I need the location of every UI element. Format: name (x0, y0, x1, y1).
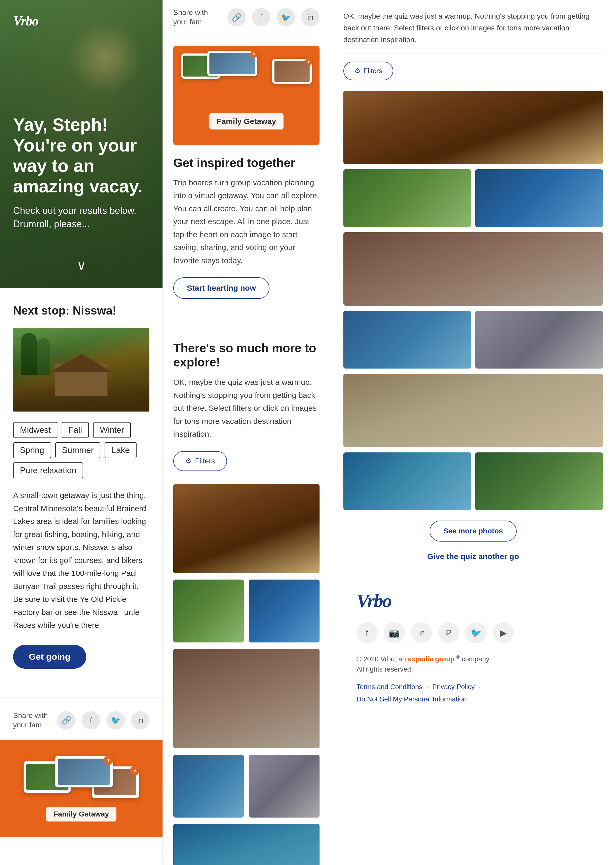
explore-section-middle: There's so much more to explore! OK, may… (163, 325, 330, 865)
float-thumb-2 (58, 758, 110, 785)
filters-button-middle[interactable]: ⚙ Filters (173, 451, 227, 471)
footer-links: Terms and Conditions · Privacy Policy · … (357, 681, 590, 705)
footer-youtube-icon[interactable]: ▶ (493, 622, 514, 643)
expedia-logo: expedia group (408, 655, 454, 663)
right-intro-text: OK, maybe the quiz was just a warmup. No… (343, 0, 603, 54)
filters-label-right: Filters (364, 67, 382, 75)
filter-icon-middle: ⚙ (185, 457, 191, 465)
share-label: Share with your fam (13, 711, 49, 730)
right-photo-beach[interactable] (343, 452, 471, 510)
tag-pure-relaxation[interactable]: Pure relaxation (13, 462, 83, 478)
photo-grid-double-2 (173, 755, 319, 818)
do-not-sell-link[interactable]: Do Not Sell My Personal Information (357, 695, 467, 703)
get-inspired-title: Get inspired together (173, 156, 319, 170)
hero-greeting: Yay, Steph! You're on your way to an ama… (13, 114, 149, 196)
right-photo-double-2 (343, 311, 603, 369)
family-getaway-label-left: Family Getaway (46, 807, 116, 821)
middle-share-twitter-icon[interactable]: 🐦 (277, 8, 295, 27)
scroll-down-icon[interactable]: ∨ (77, 258, 86, 273)
middle-share-label: Share with your fam (173, 8, 221, 27)
share-twitter-icon[interactable]: 🐦 (107, 711, 125, 730)
trip-board-preview-left: ♥ ♥ ♥ Family Getaway (0, 740, 162, 837)
tag-spring[interactable]: Spring (13, 442, 51, 458)
privacy-policy-link[interactable]: Privacy Policy (432, 683, 475, 691)
tag-lake[interactable]: Lake (105, 442, 136, 458)
hero-section: Vrbo Yay, Steph! You're on your way to a… (0, 0, 162, 288)
share-facebook-icon[interactable]: f (82, 711, 100, 730)
destination-image (13, 328, 149, 411)
middle-share-link-icon[interactable]: 🔗 (227, 8, 246, 27)
footer-separator-1: · (426, 683, 428, 691)
m-float-card-3: ♥ (272, 59, 312, 84)
m-thumb-2 (209, 53, 255, 74)
photo-rocky-forest[interactable] (173, 484, 319, 573)
footer-pinterest-icon[interactable]: P (438, 622, 459, 643)
middle-share-linkedin-icon[interactable]: in (301, 8, 319, 27)
share-section: Share with your fam 🔗 f 🐦 in (0, 703, 162, 741)
hero-text-block: Yay, Steph! You're on your way to an ama… (13, 114, 149, 231)
family-getaway-label-middle: Family Getaway (209, 113, 284, 129)
middle-share-icons: 🔗 f 🐦 in (227, 8, 319, 27)
trip-board-section: ♥ ♥ ♥ Family Getaway Get (163, 35, 330, 325)
footer-facebook-icon[interactable]: f (357, 622, 377, 643)
heart-badge-3: ♥ (130, 766, 140, 776)
photo-green-houses[interactable] (173, 579, 244, 642)
share-icons-group: 🔗 f 🐦 in (57, 711, 149, 730)
tag-winter[interactable]: Winter (93, 422, 131, 438)
start-hearting-button[interactable]: Start hearting now (173, 277, 269, 299)
middle-share-facebook-icon[interactable]: f (252, 8, 270, 27)
right-photo-deck[interactable] (343, 374, 603, 447)
filters-label-middle: Filters (195, 457, 215, 465)
footer-social-icons: f 📷 in P 🐦 ▶ (357, 622, 590, 643)
right-photo-lake[interactable] (343, 311, 471, 369)
next-stop-section: Next stop: Nisswa! Midwest Fall Winter S… (0, 288, 162, 692)
right-photo-rocky[interactable] (343, 91, 603, 164)
footer-instagram-icon[interactable]: 📷 (384, 622, 405, 643)
vrbo-logo-hero: Vrbo (13, 13, 38, 28)
right-photo-double-3 (343, 452, 603, 510)
destination-description: A small-town getaway is just the thing. … (13, 489, 149, 632)
footer-section: Vrbo f 📷 in P 🐦 ▶ © 2020 Vrbo, an expedi… (343, 577, 603, 721)
footer-separator-2: · (479, 683, 481, 691)
photo-girls[interactable] (173, 649, 319, 748)
right-photo-water[interactable] (475, 170, 603, 227)
right-photo-trees[interactable] (475, 452, 603, 510)
footer-vrbo-logo: Vrbo (357, 590, 590, 612)
get-inspired-desc: Trip boards turn group vacation planning… (173, 176, 319, 267)
tag-summer[interactable]: Summer (55, 442, 101, 458)
photo-beach-house[interactable] (249, 755, 319, 818)
explore-desc: OK, maybe the quiz was just a warmup. No… (173, 376, 319, 441)
filters-button-right[interactable]: ⚙ Filters (343, 61, 393, 80)
footer-twitter-icon[interactable]: 🐦 (465, 622, 487, 643)
m-heart-3: ♥ (305, 58, 312, 66)
share-link-icon[interactable]: 🔗 (57, 711, 75, 730)
share-linkedin-icon[interactable]: in (131, 711, 149, 730)
next-stop-title: Next stop: Nisswa! (13, 304, 149, 317)
filter-icon-right: ⚙ (354, 67, 360, 75)
give-quiz-another-go-link[interactable]: Give the quiz another go (343, 552, 603, 561)
tag-fall[interactable]: Fall (61, 422, 89, 438)
see-more-photos-button[interactable]: See more photos (430, 521, 516, 542)
right-photo-green[interactable] (343, 170, 471, 227)
middle-column: Share with your fam 🔗 f 🐦 in ♥ (162, 0, 330, 865)
right-photo-girls[interactable] (343, 232, 603, 306)
hero-subtext: Check out your results below. Drumroll, … (13, 204, 149, 231)
right-photo-grid (343, 91, 603, 510)
float-card-2: ♥ (55, 756, 113, 787)
heart-badge-2: ♥ (104, 755, 113, 765)
right-photo-double-1 (343, 170, 603, 227)
tags-container: Midwest Fall Winter Spring Summer Lake P… (13, 422, 149, 478)
right-column: OK, maybe the quiz was just a warmup. No… (330, 0, 616, 865)
footer-linkedin-icon[interactable]: in (411, 622, 432, 643)
footer-copyright: © 2020 Vrbo, an expedia group ® company.… (357, 654, 590, 674)
photo-beach-hat[interactable] (173, 824, 319, 865)
get-going-button[interactable]: Get going (13, 645, 86, 669)
photo-water-activity[interactable] (249, 579, 319, 642)
m-heart-2: ♥ (250, 50, 258, 58)
right-photo-house[interactable] (475, 311, 603, 369)
middle-share-top: Share with your fam 🔗 f 🐦 in (163, 0, 330, 35)
photo-lake-view[interactable] (173, 755, 244, 818)
tag-midwest[interactable]: Midwest (13, 422, 57, 438)
terms-conditions-link[interactable]: Terms and Conditions (357, 683, 422, 691)
m-thumb-3 (275, 61, 310, 82)
